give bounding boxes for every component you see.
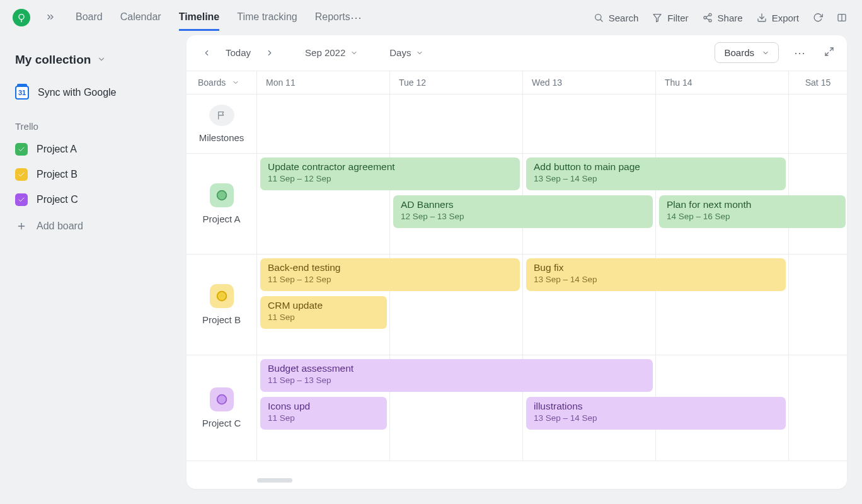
project-label: Project C xyxy=(37,194,78,205)
bar-dates: 13 Sep – 14 Sep xyxy=(534,275,778,284)
chevron-down-icon xyxy=(350,49,358,57)
nav-tab-timeline[interactable]: Timeline xyxy=(179,11,220,31)
filter-label: Filter xyxy=(667,13,688,23)
card-more-icon[interactable]: ⋯ xyxy=(794,46,807,60)
month-picker[interactable]: Sep 2022 xyxy=(305,47,358,58)
svg-marker-4 xyxy=(653,14,661,22)
refresh-icon[interactable] xyxy=(813,13,823,23)
row-label[interactable]: Project A xyxy=(187,154,257,254)
sync-google-label: Sync with Google xyxy=(38,87,117,98)
sidebar-project-project-b[interactable]: Project B xyxy=(15,168,171,181)
timeline-bar[interactable]: Bug fix13 Sep – 14 Sep xyxy=(526,258,786,291)
svg-point-0 xyxy=(19,14,24,20)
next-period-button[interactable] xyxy=(262,49,277,57)
panel-toggle-icon[interactable] xyxy=(837,13,847,23)
chevron-down-icon xyxy=(416,49,423,57)
bar-dates: 11 Sep – 12 Sep xyxy=(268,275,512,284)
svg-point-17 xyxy=(217,191,226,200)
project-label: Project A xyxy=(37,144,77,155)
chevron-down-icon xyxy=(97,53,106,67)
timeline-bar[interactable]: Icons upd11 Sep xyxy=(260,397,387,430)
sync-google-button[interactable]: 31 Sync with Google xyxy=(15,86,171,100)
row-label[interactable]: Project B xyxy=(187,255,257,355)
bar-title: Back-end testing xyxy=(268,262,512,273)
timeline-bar[interactable]: Budget assessment11 Sep – 13 Sep xyxy=(260,359,653,392)
timeline-bar[interactable]: Add button to main page13 Sep – 14 Sep xyxy=(526,158,786,190)
grouping-picker[interactable]: Boards xyxy=(715,42,779,63)
bar-dates: 13 Sep – 14 Sep xyxy=(534,174,778,183)
svg-line-16 xyxy=(825,52,829,55)
project-icon xyxy=(210,183,234,207)
checkbox-icon[interactable] xyxy=(15,168,28,181)
chevron-down-icon xyxy=(232,79,239,86)
bar-title: Update contractor agreement xyxy=(268,161,512,173)
timeline-row-project-b: Project BBack-end testing11 Sep – 12 Sep… xyxy=(187,255,847,355)
app-logo[interactable] xyxy=(13,9,30,26)
svg-line-3 xyxy=(601,20,602,21)
collection-title: My collection xyxy=(15,53,91,67)
plus-icon xyxy=(15,220,28,232)
source-label: Trello xyxy=(15,121,171,132)
collection-title-row[interactable]: My collection xyxy=(15,53,171,67)
add-board-button[interactable]: Add board xyxy=(15,220,171,232)
collapse-sidebar-icon[interactable] xyxy=(45,12,55,24)
bar-title: Bug fix xyxy=(534,262,778,273)
share-label: Share xyxy=(718,13,743,23)
timeline-bar[interactable]: illustrations13 Sep – 14 Sep xyxy=(526,397,786,430)
horizontal-scrollbar[interactable] xyxy=(257,478,292,483)
bar-title: Plan for next month xyxy=(667,199,838,210)
bar-dates: 13 Sep – 14 Sep xyxy=(534,413,778,423)
timeline-bar[interactable]: CRM update11 Sep xyxy=(260,296,387,329)
bar-dates: 14 Sep – 16 Sep xyxy=(667,212,838,221)
day-header: Tue 12 xyxy=(390,71,523,94)
bar-dates: 11 Sep xyxy=(268,312,379,322)
filter-button[interactable]: Filter xyxy=(652,13,688,23)
timeline-row-project-c: Project CBudget assessment11 Sep – 13 Se… xyxy=(187,355,847,461)
sidebar-project-project-a[interactable]: Project A xyxy=(15,143,171,156)
prev-period-button[interactable] xyxy=(199,49,214,57)
granularity-picker[interactable]: Days xyxy=(389,47,423,58)
share-icon xyxy=(703,13,713,23)
bar-title: illustrations xyxy=(534,401,778,412)
more-tabs-icon[interactable]: ⋯ xyxy=(350,11,363,25)
bar-dates: 11 Sep xyxy=(268,413,379,423)
search-button[interactable]: Search xyxy=(594,13,639,23)
svg-line-8 xyxy=(706,15,709,17)
day-header: Thu 14 xyxy=(656,71,789,94)
bar-title: Budget assessment xyxy=(268,363,645,374)
svg-point-18 xyxy=(217,292,226,301)
today-button[interactable]: Today xyxy=(226,47,251,58)
fullscreen-icon[interactable] xyxy=(824,47,834,59)
add-board-label: Add board xyxy=(37,220,83,232)
timeline-bar[interactable]: Plan for next month14 Sep – 16 Sep xyxy=(659,195,846,228)
nav-tab-time-tracking[interactable]: Time tracking xyxy=(237,11,297,31)
bar-dates: 11 Sep – 13 Sep xyxy=(268,375,645,385)
row-label[interactable]: Milestones xyxy=(187,94,257,153)
timeline-bar[interactable]: Update contractor agreement11 Sep – 12 S… xyxy=(260,158,520,190)
timeline-bar[interactable]: AD Banners12 Sep – 13 Sep xyxy=(393,195,653,228)
day-header: Mon 11 xyxy=(257,71,390,94)
row-label[interactable]: Project C xyxy=(187,355,257,461)
bar-title: Icons upd xyxy=(268,401,379,412)
nav-tab-reports[interactable]: Reports xyxy=(315,11,350,31)
export-button[interactable]: Export xyxy=(757,13,799,23)
filter-icon xyxy=(652,13,662,23)
bar-title: AD Banners xyxy=(401,199,645,210)
checkbox-icon[interactable] xyxy=(15,193,28,206)
sidebar-project-project-c[interactable]: Project C xyxy=(15,193,171,206)
nav-tab-calendar[interactable]: Calendar xyxy=(120,11,161,31)
export-label: Export xyxy=(772,13,799,23)
timeline-bar[interactable]: Back-end testing11 Sep – 12 Sep xyxy=(260,258,520,291)
nav-tab-board[interactable]: Board xyxy=(76,11,103,31)
svg-line-9 xyxy=(706,18,709,20)
export-icon xyxy=(757,13,767,23)
day-header: Sat 15 xyxy=(789,71,847,94)
project-icon xyxy=(210,284,234,308)
share-button[interactable]: Share xyxy=(703,13,743,23)
boards-column-header[interactable]: Boards xyxy=(187,71,257,94)
google-calendar-icon: 31 xyxy=(15,86,29,100)
checkbox-icon[interactable] xyxy=(15,143,28,156)
bar-dates: 11 Sep – 12 Sep xyxy=(268,174,512,183)
search-label: Search xyxy=(609,13,639,23)
svg-point-19 xyxy=(217,395,226,404)
